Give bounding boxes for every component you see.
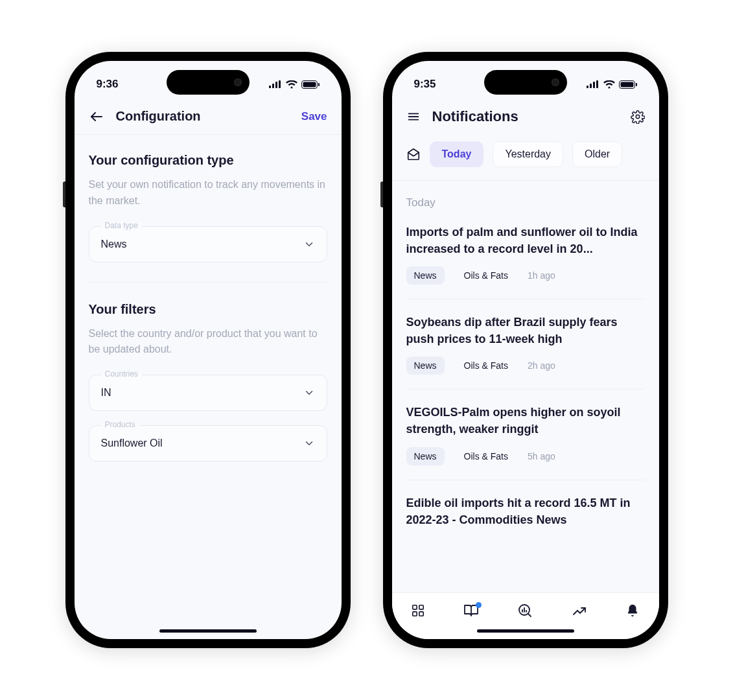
cellular-icon (587, 80, 599, 88)
nav-search[interactable] (517, 603, 533, 618)
feed-item-title: VEGOILS-Palm opens higher on soyoil stre… (406, 404, 645, 438)
gear-icon (631, 110, 645, 124)
feed-item-meta: News Oils & Fats 1h ago (406, 266, 645, 285)
svg-rect-13 (620, 82, 633, 87)
svg-rect-6 (318, 83, 320, 86)
home-indicator (159, 629, 257, 633)
tab-today[interactable]: Today (430, 141, 484, 167)
chevron-down-icon (303, 239, 315, 250)
svg-rect-2 (275, 82, 277, 88)
tag-category: Oils & Fats (456, 356, 516, 375)
inbox-button[interactable] (406, 147, 421, 161)
svg-rect-9 (590, 84, 592, 88)
tag-news: News (406, 447, 445, 465)
svg-point-18 (636, 115, 640, 119)
screen-right: 9:35 Notifications Today Yesterday Older (392, 61, 659, 639)
data-type-label: Data type (101, 221, 142, 230)
countries-value: IN (101, 387, 303, 399)
unread-dot-icon (476, 602, 482, 608)
grid-icon (411, 603, 425, 618)
svg-rect-10 (593, 82, 595, 88)
dynamic-island (484, 70, 567, 95)
feed-item-title: Imports of palm and sunflower oil to Ind… (406, 224, 645, 257)
settings-button[interactable] (631, 110, 645, 124)
svg-rect-21 (413, 611, 417, 615)
wifi-icon (286, 80, 297, 89)
tab-yesterday[interactable]: Yesterday (493, 141, 563, 167)
mail-open-icon (406, 147, 421, 161)
feed-item[interactable]: VEGOILS-Palm opens higher on soyoil stre… (406, 404, 645, 480)
status-time: 9:36 (97, 78, 119, 91)
svg-rect-22 (419, 611, 423, 615)
feed-item-title: Soybeans dip after Brazil supply fears p… (406, 314, 645, 347)
tag-news: News (406, 356, 445, 375)
tab-older[interactable]: Older (572, 141, 622, 167)
bell-icon (625, 603, 640, 618)
battery-icon (619, 80, 637, 89)
feed-item-meta: News Oils & Fats 5h ago (406, 447, 645, 465)
page-title: Notifications (432, 108, 619, 125)
chevron-down-icon (303, 438, 315, 449)
home-indicator (477, 629, 574, 633)
nav-notifications[interactable] (625, 603, 640, 618)
data-type-select[interactable]: Data type News (89, 226, 327, 262)
nav-news[interactable] (463, 603, 479, 618)
menu-icon (406, 110, 421, 124)
cellular-icon (269, 80, 282, 88)
battery-icon (301, 80, 320, 89)
svg-rect-1 (272, 84, 274, 88)
tag-category: Oils & Fats (456, 266, 516, 285)
back-button[interactable] (89, 109, 104, 124)
divider (89, 282, 327, 283)
feed-item-time: 1h ago (528, 270, 555, 281)
svg-rect-20 (419, 605, 423, 609)
feed-item[interactable]: Imports of palm and sunflower oil to Ind… (406, 224, 645, 299)
products-select[interactable]: Products Sunflower Oil (89, 425, 327, 461)
nav-trends[interactable] (572, 603, 587, 618)
nav-dashboard[interactable] (411, 603, 425, 618)
feed-item-meta: News Oils & Fats 2h ago (406, 356, 645, 375)
search-data-icon (517, 603, 533, 618)
arrow-left-icon (89, 109, 104, 124)
feed-item-title: Edible oil imports hit a record 16.5 MT … (406, 495, 645, 528)
feed-item-time: 2h ago (528, 360, 555, 371)
page-title: Configuration (116, 109, 290, 124)
dynamic-island (167, 70, 250, 95)
feed-item-time: 5h ago (528, 451, 555, 461)
feed-item[interactable]: Edible oil imports hit a record 16.5 MT … (406, 495, 645, 552)
products-value: Sunflower Oil (101, 438, 303, 449)
svg-rect-14 (636, 83, 637, 86)
countries-label: Countries (101, 369, 142, 379)
tag-news: News (406, 266, 445, 285)
countries-select[interactable]: Countries IN (89, 375, 327, 411)
trend-up-icon (572, 603, 587, 618)
svg-rect-0 (269, 86, 271, 88)
header-bar: Configuration Save (75, 99, 342, 135)
filters-subtitle: Select the country and/or product that y… (89, 326, 327, 358)
data-type-value: News (101, 239, 303, 250)
filters-title: Your filters (89, 302, 327, 317)
wifi-icon (603, 80, 615, 89)
svg-rect-19 (413, 605, 417, 609)
tag-category: Oils & Fats (456, 447, 516, 465)
feed: Today Imports of palm and sunflower oil … (392, 181, 659, 639)
phone-mockup-right: 9:35 Notifications Today Yesterday Older (383, 52, 668, 648)
svg-rect-11 (596, 80, 598, 88)
svg-rect-3 (279, 80, 281, 88)
svg-rect-5 (303, 82, 316, 87)
feed-item[interactable]: Soybeans dip after Brazil supply fears p… (406, 314, 645, 390)
header-bar: Notifications (392, 99, 659, 135)
content: Your configuration type Set your own not… (75, 135, 342, 476)
status-icons (587, 80, 637, 89)
config-type-subtitle: Set your own notification to track any m… (89, 177, 327, 209)
save-button[interactable]: Save (301, 110, 327, 123)
svg-line-24 (528, 614, 531, 616)
phone-mockup-left: 9:36 Configuration Save Your configurati… (65, 52, 351, 648)
config-type-title: Your configuration type (89, 153, 327, 168)
chevron-down-icon (303, 387, 315, 399)
menu-button[interactable] (406, 110, 421, 124)
tabs: Today Yesterday Older (392, 135, 659, 181)
screen-left: 9:36 Configuration Save Your configurati… (75, 61, 342, 639)
products-label: Products (101, 420, 139, 429)
svg-rect-8 (587, 86, 588, 88)
